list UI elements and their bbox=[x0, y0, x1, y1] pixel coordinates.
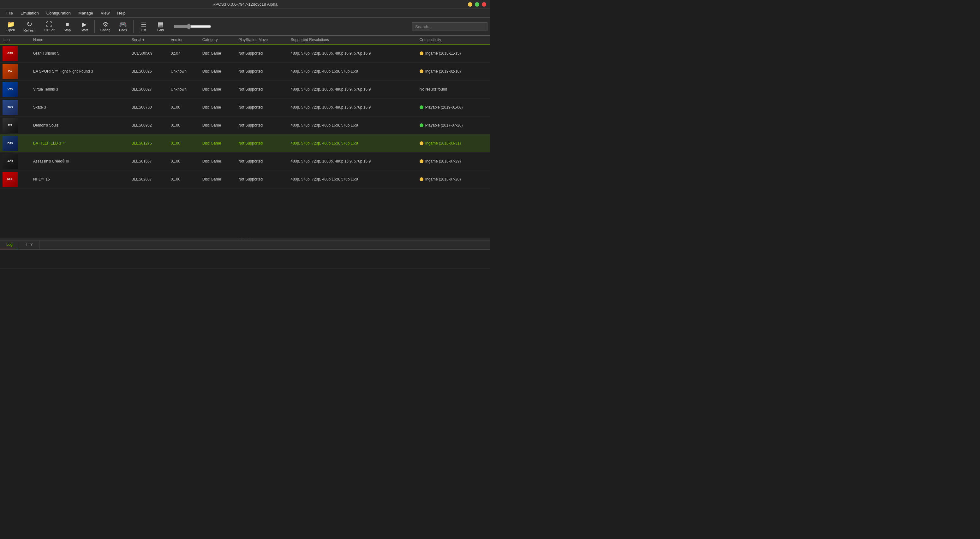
minimize-btn[interactable] bbox=[468, 2, 473, 6]
open-button[interactable]: 📁 Open bbox=[3, 19, 19, 34]
open-icon: 📁 bbox=[7, 21, 15, 27]
game-serial: BLES01667 bbox=[129, 153, 168, 170]
game-version: Unknown bbox=[168, 81, 200, 99]
game-compat: Ingame (2019-02-10) bbox=[417, 62, 490, 81]
menu-emulation[interactable]: Emulation bbox=[17, 10, 43, 17]
game-resolutions: 480p, 576p, 720p, 480p 16:9, 576p 16:9 bbox=[288, 134, 417, 153]
table-row[interactable]: DSDemon's SoulsBLES0093201.00Disc GameNo… bbox=[0, 116, 490, 134]
start-label: Start bbox=[81, 28, 88, 32]
compat-text: Ingame (2018-07-20) bbox=[425, 177, 461, 181]
compat-cell: Playable (2019-01-06) bbox=[420, 105, 487, 110]
stop-icon: ■ bbox=[65, 21, 69, 27]
game-name: Demon's Souls bbox=[30, 116, 129, 134]
grid-button[interactable]: ▦ Grid bbox=[153, 19, 169, 34]
panel-resize-handle[interactable] bbox=[0, 238, 490, 240]
menu-configuration[interactable]: Configuration bbox=[43, 10, 75, 17]
list-label: List bbox=[141, 28, 146, 32]
game-version: 01.00 bbox=[168, 134, 200, 153]
col-resolutions[interactable]: Supported Resolutions bbox=[288, 36, 417, 44]
game-ps-move: Not Supported bbox=[236, 44, 288, 62]
compat-cell: Playable (2017-07-26) bbox=[420, 123, 487, 127]
app-title: RPCS3 0.0.6-7947-12dc3c18 Alpha bbox=[213, 2, 277, 6]
table-row[interactable]: BF3BATTLEFIELD 3™BLES0127501.00Disc Game… bbox=[0, 134, 490, 153]
col-serial[interactable]: Serial ▾ bbox=[129, 36, 168, 44]
search-input[interactable] bbox=[412, 22, 487, 31]
game-resolutions: 480p, 576p, 720p, 480p 16:9, 576p 16:9 bbox=[288, 62, 417, 81]
game-resolutions: 480p, 576p, 720p, 1080p, 480p 16:9, 576p… bbox=[288, 81, 417, 99]
fullscr-button[interactable]: ⛶ FullScr bbox=[40, 19, 59, 34]
col-category[interactable]: Category bbox=[200, 36, 236, 44]
menu-manage[interactable]: Manage bbox=[75, 10, 97, 17]
game-resolutions: 480p, 576p, 720p, 480p 16:9, 576p 16:9 bbox=[288, 116, 417, 134]
start-button[interactable]: ▶ Start bbox=[76, 19, 92, 34]
log-tab[interactable]: Log bbox=[0, 240, 19, 249]
zoom-slider[interactable] bbox=[173, 24, 211, 29]
game-icon-text: GT5 bbox=[7, 52, 13, 55]
game-name: Skate 3 bbox=[30, 99, 129, 116]
compat-text: Ingame (2018-07-29) bbox=[425, 159, 461, 164]
compat-cell: No results found bbox=[420, 87, 487, 92]
game-icon: GT5 bbox=[3, 46, 18, 61]
titlebar: RPCS3 0.0.6-7947-12dc3c18 Alpha bbox=[0, 0, 490, 9]
config-button[interactable]: ⚙ Config bbox=[97, 19, 114, 34]
game-compat: Ingame (2018-07-29) bbox=[417, 153, 490, 170]
tty-tab[interactable]: TTY bbox=[19, 240, 40, 249]
pads-button[interactable]: 🎮 Pads bbox=[115, 19, 131, 34]
table-row[interactable]: VT3Virtua Tennis 3BLES00027UnknownDisc G… bbox=[0, 81, 490, 99]
game-ps-move: Not Supported bbox=[236, 99, 288, 116]
game-icon-cell: BF3 bbox=[0, 134, 30, 153]
game-category: Disc Game bbox=[200, 116, 236, 134]
grid-label: Grid bbox=[157, 28, 164, 32]
game-version: 01.00 bbox=[168, 170, 200, 188]
game-icon-cell: NHL bbox=[0, 170, 30, 188]
table-row[interactable]: SK3Skate 3BLES0076001.00Disc GameNot Sup… bbox=[0, 99, 490, 116]
list-button[interactable]: ☰ List bbox=[135, 19, 152, 34]
game-icon: AC3 bbox=[3, 154, 18, 169]
compat-cell: Ingame (2018-07-20) bbox=[420, 177, 487, 181]
config-icon: ⚙ bbox=[103, 21, 108, 27]
game-version: 01.00 bbox=[168, 153, 200, 170]
maximize-btn[interactable] bbox=[475, 2, 479, 6]
game-compat: Ingame (2018-11-15) bbox=[417, 44, 490, 62]
game-icon-text: AC3 bbox=[7, 160, 13, 163]
col-version[interactable]: Version bbox=[168, 36, 200, 44]
game-category: Disc Game bbox=[200, 134, 236, 153]
game-serial: BLES00932 bbox=[129, 116, 168, 134]
toolbar-divider-1 bbox=[94, 20, 95, 33]
close-btn[interactable] bbox=[482, 2, 486, 6]
col-compat[interactable]: Compatibility bbox=[417, 36, 490, 44]
stop-button[interactable]: ■ Stop bbox=[59, 19, 75, 34]
game-icon: NHL bbox=[3, 172, 18, 187]
menu-file[interactable]: File bbox=[3, 10, 17, 17]
game-serial: BLES02037 bbox=[129, 170, 168, 188]
game-table-container[interactable]: Icon Name Serial ▾ Version Category Play… bbox=[0, 36, 490, 238]
refresh-label: Refresh bbox=[23, 29, 36, 32]
game-ps-move: Not Supported bbox=[236, 134, 288, 153]
game-ps-move: Not Supported bbox=[236, 116, 288, 134]
game-compat: No results found bbox=[417, 81, 490, 99]
compat-text: Ingame (2018-03-31) bbox=[425, 141, 461, 145]
statusbar: RPCS3 v0.0.6-7947-12dc3c18 Alpha | HEAD … bbox=[0, 269, 490, 269]
grid-icon: ▦ bbox=[158, 21, 164, 27]
refresh-button[interactable]: ↻ Refresh bbox=[19, 19, 40, 34]
game-compat: Ingame (2018-07-20) bbox=[417, 170, 490, 188]
col-icon[interactable]: Icon bbox=[0, 36, 30, 44]
game-serial: BLES01275 bbox=[129, 134, 168, 153]
game-icon-cell: EA bbox=[0, 62, 30, 81]
col-psmove[interactable]: PlayStation Move bbox=[236, 36, 288, 44]
table-row[interactable]: EAEA SPORTS™ Fight Night Round 3BLES0002… bbox=[0, 62, 490, 81]
table-row[interactable]: GT5Gran Turismo 5BCES0056902.07Disc Game… bbox=[0, 44, 490, 62]
game-icon-cell: AC3 bbox=[0, 153, 30, 170]
game-list: GT5Gran Turismo 5BCES0056902.07Disc Game… bbox=[0, 44, 490, 188]
game-icon: EA bbox=[3, 64, 18, 79]
compat-dot bbox=[420, 177, 423, 181]
game-icon-cell: SK3 bbox=[0, 99, 30, 116]
menu-help[interactable]: Help bbox=[113, 10, 129, 17]
menu-view[interactable]: View bbox=[97, 10, 113, 17]
game-name: Gran Turismo 5 bbox=[30, 44, 129, 62]
col-name[interactable]: Name bbox=[30, 36, 129, 44]
table-row[interactable]: AC3Assassin's Creed® IIIBLES0166701.00Di… bbox=[0, 153, 490, 170]
compat-text: Ingame (2018-11-15) bbox=[425, 51, 461, 56]
table-row[interactable]: NHLNHL™ 15BLES0203701.00Disc GameNot Sup… bbox=[0, 170, 490, 188]
compat-cell: Ingame (2018-03-31) bbox=[420, 141, 487, 145]
